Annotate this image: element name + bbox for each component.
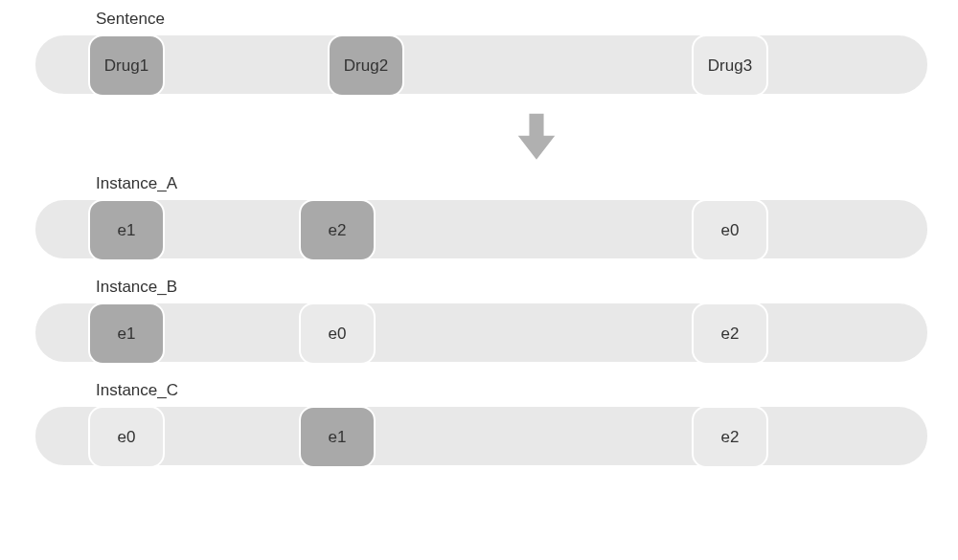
instance-c-section: Instance_C e0 e1 e2 — [24, 381, 934, 467]
sentence-label: Sentence — [96, 10, 934, 29]
instance-a-section: Instance_A e1 e2 e0 — [24, 174, 934, 260]
sentence-bar: Drug1 Drug2 Drug3 — [34, 34, 929, 96]
instance-c-bar: e0 e1 e2 — [34, 405, 929, 467]
instance-a-bar: e1 e2 e0 — [34, 198, 929, 260]
drug3-box: Drug3 — [692, 34, 768, 97]
instance-b-section: Instance_B e1 e0 e2 — [24, 278, 934, 364]
instance-a-e1-box: e1 — [88, 199, 165, 261]
instance-b-e2-box: e2 — [692, 302, 768, 365]
instance-b-e0-box: e0 — [299, 302, 376, 365]
instance-c-e1-box: e1 — [299, 406, 376, 468]
down-arrow-icon — [516, 113, 557, 161]
drug1-box: Drug1 — [88, 34, 165, 97]
sentence-section: Sentence Drug1 Drug2 Drug3 — [24, 10, 934, 96]
instance-a-e0-box: e0 — [692, 199, 768, 261]
instance-a-label: Instance_A — [96, 174, 934, 193]
instance-c-e2-box: e2 — [692, 406, 768, 468]
instance-b-bar: e1 e0 e2 — [34, 302, 929, 364]
instance-c-e0-box: e0 — [88, 406, 165, 468]
instance-c-label: Instance_C — [96, 381, 934, 400]
arrow-container — [24, 113, 934, 165]
instance-b-label: Instance_B — [96, 278, 934, 297]
instance-b-e1-box: e1 — [88, 302, 165, 365]
instance-a-e2-box: e2 — [299, 199, 376, 261]
drug2-box: Drug2 — [328, 34, 404, 97]
